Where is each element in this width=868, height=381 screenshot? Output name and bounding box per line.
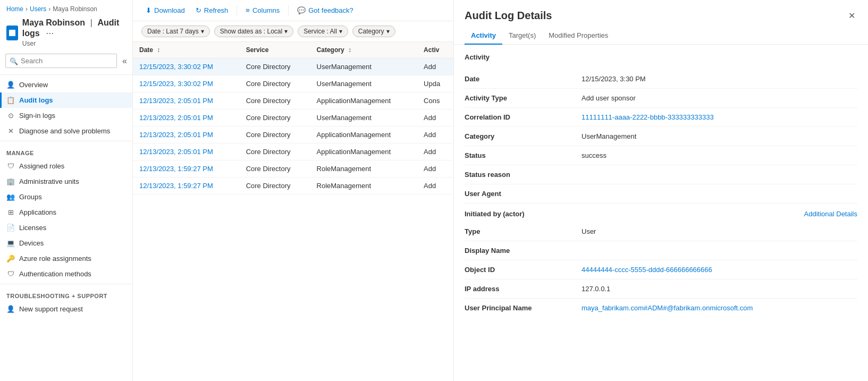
date-filter-pill[interactable]: Date : Last 7 days ▾ <box>141 26 210 37</box>
table-container: Date ↕ Service Category ↕ Activ 12/15/20… <box>133 42 453 381</box>
table-row[interactable]: 12/13/2023, 2:05:01 PM Core Directory Ap… <box>133 143 453 160</box>
collapse-sidebar-button[interactable]: « <box>122 56 127 66</box>
table-row[interactable]: 12/15/2023, 3:30:02 PM Core Directory Us… <box>133 75 453 92</box>
cell-date: 12/13/2023, 2:05:01 PM <box>133 143 240 160</box>
sidebar-item-admin-units[interactable]: 🏢 Administrative units <box>0 174 132 189</box>
breadcrumb-home[interactable]: Home <box>6 5 23 13</box>
col-header-date: Date ↕ <box>133 42 240 58</box>
label-display-name: Display Name <box>465 247 582 255</box>
page-title-block: Maya Robinson | Audit logs ··· User <box>22 18 126 47</box>
table-row[interactable]: 12/13/2023, 2:05:01 PM Core Directory Ap… <box>133 126 453 143</box>
tab-modified-properties[interactable]: Modified Properties <box>542 27 614 45</box>
columns-button[interactable]: ≡ Columns <box>241 4 284 16</box>
actor-section-header: Initiated by (actor) Additional Details <box>465 204 857 222</box>
cell-category: ApplicationManagement <box>310 126 418 143</box>
sidebar-item-new-support[interactable]: 👤 New support request <box>0 301 132 317</box>
sidebar-item-devices-label: Devices <box>19 239 44 247</box>
label-user-agent: User Agent <box>465 190 582 198</box>
breadcrumb-current: Maya Robinson <box>53 5 97 13</box>
label-date: Date <box>465 75 582 83</box>
cell-activity: Upda <box>417 75 453 92</box>
service-filter-label: Service : All <box>304 28 337 35</box>
user-type-label: User <box>22 40 126 47</box>
service-filter-pill[interactable]: Service : All ▾ <box>298 26 348 37</box>
panel-title: Audit Log Details <box>465 10 552 22</box>
devices-icon: 💻 <box>6 239 15 247</box>
table-row[interactable]: 12/13/2023, 2:05:01 PM Core Directory Us… <box>133 109 453 126</box>
sidebar: Home › Users › Maya Robinson Maya Robins… <box>0 0 133 381</box>
tab-activity[interactable]: Activity <box>465 27 502 45</box>
cell-date: 12/13/2023, 1:59:27 PM <box>133 177 240 194</box>
sidebar-item-licenses[interactable]: 📄 Licenses <box>0 220 132 235</box>
sidebar-item-assigned-roles[interactable]: 🛡 Assigned roles <box>0 158 132 174</box>
licenses-icon: 📄 <box>6 224 15 232</box>
search-input[interactable] <box>5 54 117 68</box>
sidebar-item-overview[interactable]: 👤 Overview <box>0 77 132 92</box>
service-filter-chevron: ▾ <box>339 28 342 35</box>
cell-service: Core Directory <box>240 109 310 126</box>
detail-row-status: Status success <box>465 146 857 165</box>
table-row[interactable]: 12/13/2023, 2:05:01 PM Core Directory Ap… <box>133 92 453 109</box>
cell-category: UserManagement <box>310 58 418 75</box>
audit-log-table: Date ↕ Service Category ↕ Activ 12/15/20… <box>133 42 453 194</box>
category-sort-icon: ↕ <box>348 46 351 54</box>
sidebar-item-admin-units-label: Administrative units <box>19 177 79 185</box>
page-icon <box>6 26 18 40</box>
feedback-button[interactable]: 💬 Got feedback? <box>293 4 358 16</box>
col-header-category: Category ↕ <box>310 42 418 58</box>
sidebar-item-assigned-roles-label: Assigned roles <box>19 162 64 170</box>
azure-role-icon: 🔑 <box>6 255 15 263</box>
main-content: ⬇ Download ↻ Refresh ≡ Columns 💬 Got fee… <box>133 0 453 381</box>
cell-category: UserManagement <box>310 75 418 92</box>
breadcrumb-users[interactable]: Users <box>30 5 46 13</box>
sidebar-item-devices[interactable]: 💻 Devices <box>0 235 132 251</box>
label-status: Status <box>465 151 582 159</box>
filter-bar: Date : Last 7 days ▾ Show dates as : Loc… <box>133 21 453 42</box>
label-ip: IP address <box>465 285 582 293</box>
diagnose-icon: ✕ <box>6 127 15 135</box>
table-row[interactable]: 12/15/2023, 3:30:02 PM Core Directory Us… <box>133 58 453 75</box>
value-object-id: 44444444-cccc-5555-dddd-666666666666 <box>582 266 857 274</box>
panel-body: Activity Date 12/15/2023, 3:30 PM Activi… <box>454 45 868 326</box>
cell-service: Core Directory <box>240 126 310 143</box>
cell-service: Core Directory <box>240 75 310 92</box>
detail-row-activity-type: Activity Type Add user sponsor <box>465 89 857 108</box>
refresh-button[interactable]: ↻ Refresh <box>191 4 233 16</box>
download-button[interactable]: ⬇ Download <box>141 4 189 16</box>
download-icon: ⬇ <box>146 6 151 14</box>
search-box: 🔍 <box>5 54 117 68</box>
sidebar-item-applications-label: Applications <box>19 208 56 216</box>
sidebar-item-azure-role[interactable]: 🔑 Azure role assignments <box>0 251 132 266</box>
sidebar-item-auth-methods[interactable]: 🛡 Authentication methods <box>0 266 132 282</box>
category-filter-pill[interactable]: Category ▾ <box>352 26 395 37</box>
col-header-activity: Activ <box>417 42 453 58</box>
sidebar-item-applications[interactable]: ⊞ Applications <box>0 205 132 220</box>
close-panel-button[interactable]: ✕ <box>846 9 857 23</box>
cell-service: Core Directory <box>240 92 310 109</box>
category-filter-chevron: ▾ <box>386 28 390 35</box>
additional-details-link[interactable]: Additional Details <box>804 210 857 218</box>
table-header-row: Date ↕ Service Category ↕ Activ <box>133 42 453 58</box>
sidebar-item-groups[interactable]: 👥 Groups <box>0 189 132 205</box>
sidebar-item-sign-in-logs[interactable]: ⊙ Sign-in logs <box>0 108 132 123</box>
label-upn: User Principal Name <box>465 304 582 312</box>
search-row: 🔍 « <box>0 49 132 72</box>
label-correlation-id: Correlation ID <box>465 113 582 121</box>
value-upn[interactable]: maya_fabrikam.com#ADM#@fabrikam.onmicros… <box>582 304 857 312</box>
table-row[interactable]: 12/13/2023, 1:59:27 PM Core Directory Ro… <box>133 177 453 194</box>
detail-row-display-name: Display Name <box>465 241 857 260</box>
cell-activity: Add <box>417 126 453 143</box>
value-status: success <box>582 151 857 159</box>
sidebar-item-groups-label: Groups <box>19 193 42 201</box>
svg-rect-0 <box>9 30 15 36</box>
more-options-button[interactable]: ··· <box>44 28 56 39</box>
tab-targets[interactable]: Target(s) <box>502 27 542 45</box>
sidebar-item-audit-logs[interactable]: 📋 Audit logs <box>0 92 132 108</box>
cell-activity: Add <box>417 58 453 75</box>
refresh-label: Refresh <box>204 6 229 14</box>
table-row[interactable]: 12/13/2023, 1:59:27 PM Core Directory Ro… <box>133 160 453 177</box>
refresh-icon: ↻ <box>196 6 201 14</box>
show-dates-pill[interactable]: Show dates as : Local ▾ <box>214 26 293 37</box>
sidebar-item-diagnose[interactable]: ✕ Diagnose and solve problems <box>0 123 132 139</box>
sidebar-item-sign-in-label: Sign-in logs <box>19 112 55 120</box>
